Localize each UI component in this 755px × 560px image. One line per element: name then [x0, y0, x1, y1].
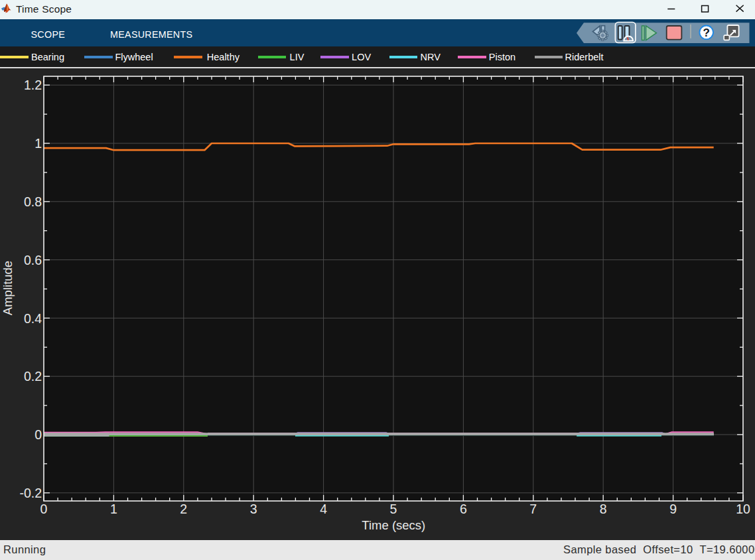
svg-text:0.4: 0.4 — [24, 311, 42, 326]
svg-text:4: 4 — [320, 502, 327, 516]
svg-text:0.6: 0.6 — [24, 253, 42, 267]
svg-text:9: 9 — [669, 502, 677, 516]
svg-text:?: ? — [703, 27, 710, 39]
svg-text:8: 8 — [600, 502, 607, 516]
svg-text:0.8: 0.8 — [24, 194, 42, 209]
svg-text:1.2: 1.2 — [24, 78, 42, 92]
svg-text:Time (secs): Time (secs) — [362, 518, 425, 532]
svg-text:Amplitude: Amplitude — [1, 261, 15, 315]
svg-text:3: 3 — [250, 502, 257, 516]
svg-text:5: 5 — [390, 502, 397, 516]
svg-text:0: 0 — [40, 502, 48, 516]
svg-text:0: 0 — [34, 427, 42, 442]
svg-text:-0.2: -0.2 — [19, 486, 42, 500]
svg-text:1: 1 — [110, 502, 117, 516]
svg-text:2: 2 — [180, 502, 187, 516]
svg-text:0.2: 0.2 — [24, 369, 42, 384]
svg-text:10: 10 — [736, 502, 750, 516]
svg-text:7: 7 — [529, 502, 537, 516]
svg-text:1: 1 — [34, 136, 42, 151]
svg-text:6: 6 — [460, 502, 467, 516]
